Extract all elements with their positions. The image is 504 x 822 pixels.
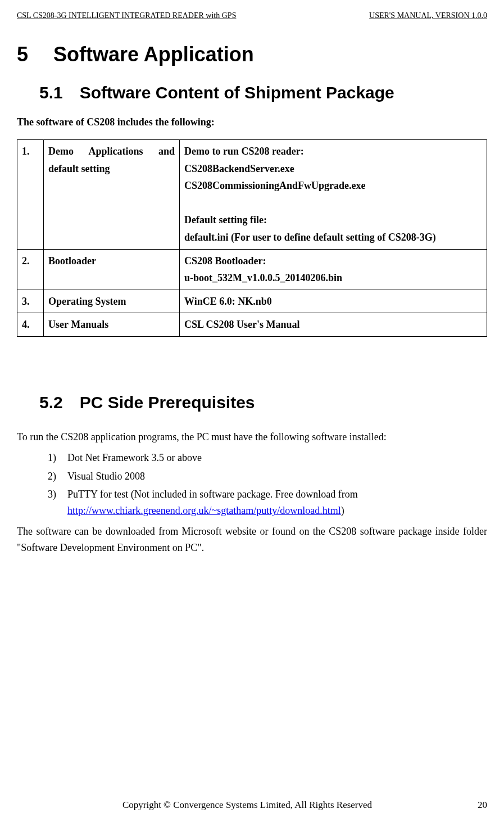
page-header: CSL CS208-3G INTELLIGENT INTEGRATED READ…	[17, 11, 487, 20]
section-number: 5.1	[39, 83, 63, 102]
desc-line: u-boot_532M_v1.0.0.5_20140206.bin	[184, 272, 342, 283]
section-5-2-heading: 5.2PC Side Prerequisites	[39, 393, 487, 412]
section-title: Software Content of Shipment Package	[80, 83, 394, 102]
list-item: 3) PuTTY for test (Not included in softw…	[48, 486, 487, 519]
table-row: 2. Bootloader CS208 Bootloader: u-boot_5…	[17, 249, 487, 290]
desc-line: CS208 Bootloader:	[184, 255, 266, 267]
page-footer: Copyright © Convergence Systems Limited,…	[17, 800, 487, 811]
table-row: 3. Operating System WinCE 6.0: NK.nb0	[17, 290, 487, 313]
prerequisite-list: 1) Dot Net Framework 3.5 or above 2) Vis…	[17, 450, 487, 519]
row-label: User Manuals	[44, 313, 180, 337]
row-description: CSL CS208 User's Manual	[180, 313, 487, 337]
item-text: Visual Studio 2008	[67, 471, 145, 482]
section-number: 5.2	[39, 393, 63, 412]
software-content-table: 1. Demo Applications and default setting…	[17, 139, 487, 337]
list-item: 2) Visual Studio 2008	[48, 468, 487, 485]
row-number: 1.	[17, 140, 44, 250]
chapter-number: 5	[17, 43, 28, 66]
table-row: 1. Demo Applications and default setting…	[17, 140, 487, 250]
row-number: 2.	[17, 249, 44, 290]
item-number: 3)	[48, 486, 56, 503]
desc-line: CS208CommissioningAndFwUpgrade.exe	[184, 180, 366, 191]
header-left: CSL CS208-3G INTELLIGENT INTEGRATED READ…	[17, 11, 236, 20]
row-description: CS208 Bootloader: u-boot_532M_v1.0.0.5_2…	[180, 249, 487, 290]
row-number: 4.	[17, 313, 44, 337]
chapter-title: Software Application	[53, 43, 254, 66]
desc-line: default.ini (For user to define default …	[184, 232, 436, 243]
row-description: Demo to run CS208 reader: CS208BackendSe…	[180, 140, 487, 250]
item-number: 1)	[48, 450, 56, 466]
row-label: Demo Applications and default setting	[44, 140, 180, 250]
table-row: 4. User Manuals CSL CS208 User's Manual	[17, 313, 487, 337]
header-right: USER'S MANUAL, VERSION 1.0.0	[369, 11, 487, 20]
chapter-heading: 5Software Application	[17, 43, 487, 66]
desc-line: Demo to run CS208 reader:	[184, 146, 304, 157]
section-5-1-heading: 5.1Software Content of Shipment Package	[39, 83, 487, 102]
item-number: 2)	[48, 468, 56, 485]
footer-page-number: 20	[478, 800, 487, 811]
section-5-2-intro: To run the CS208 application programs, t…	[17, 429, 487, 445]
row-label: Operating System	[44, 290, 180, 313]
row-number: 3.	[17, 290, 44, 313]
row-description: WinCE 6.0: NK.nb0	[180, 290, 487, 313]
item-text: PuTTY for test (Not included in software…	[67, 489, 358, 500]
section-5-1-intro: The software of CS208 includes the follo…	[17, 116, 487, 128]
list-item: 1) Dot Net Framework 3.5 or above	[48, 450, 487, 466]
desc-line: CS208BackendServer.exe	[184, 163, 294, 174]
item-text-close: )	[341, 505, 344, 516]
desc-line: Default setting file:	[184, 214, 267, 225]
download-link[interactable]: http://www.chiark.greenend.org.uk/~sgtat…	[67, 505, 341, 516]
section-title: PC Side Prerequisites	[80, 393, 255, 412]
row-label: Bootloader	[44, 249, 180, 290]
footer-copyright: Copyright © Convergence Systems Limited,…	[122, 800, 372, 811]
section-5-2-outro: The software can be downloaded from Micr…	[17, 523, 487, 556]
item-text: Dot Net Framework 3.5 or above	[67, 452, 202, 463]
